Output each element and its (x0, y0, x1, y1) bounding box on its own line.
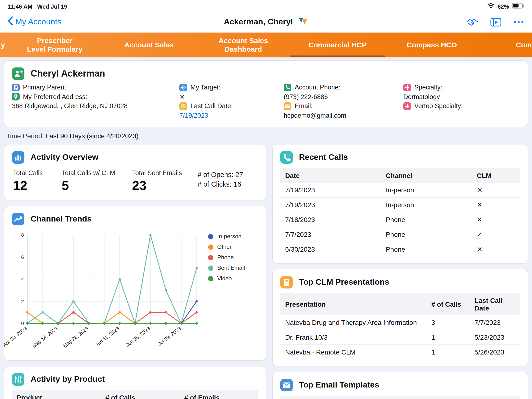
tab-compass-hco[interactable]: Compass HCO (385, 32, 479, 57)
activity-stats: Total Calls 12 Total Calls w/ CLM 5 Tota… (12, 168, 258, 193)
wifi-icon (487, 3, 495, 10)
tab-comp[interactable]: Comp (479, 32, 532, 57)
tab-prescriber-level-formulary[interactable]: Prescriber Level Formulary (8, 32, 102, 57)
legend-item-phone: Phone (208, 254, 245, 261)
recent-calls-title: Recent Calls (299, 153, 348, 162)
status-date: Wed Jul 19 (37, 3, 67, 10)
stat-value: 23 (132, 178, 198, 193)
trend-icon (12, 213, 24, 225)
media-icon[interactable] (490, 18, 501, 26)
legend-label: In-person (217, 233, 241, 240)
building-icon (12, 84, 20, 91)
activity-by-product-title: Activity by Product (31, 375, 105, 384)
account-fields: Primary Parent: My Preferred Address: 36… (12, 83, 520, 120)
legend-item-video: Video (208, 275, 245, 282)
cell-last_call[interactable]: 5/26/2023 (470, 345, 520, 359)
cell-date[interactable]: 7/19/2023 (280, 183, 381, 197)
cell-date[interactable]: 7/7/2023 (280, 227, 381, 242)
phone-icon (284, 84, 291, 91)
column-header-opens: # of Opens (386, 396, 434, 399)
svg-text:2: 2 (21, 298, 24, 304)
specialty-icon (403, 84, 411, 91)
tab-account-sales-dashboard[interactable]: Account Sales Dashboard (196, 32, 290, 57)
activity-overview-title: Activity Overview (31, 153, 99, 162)
legend-item-other: Other (208, 244, 245, 250)
column-header-date: Date (280, 168, 381, 183)
back-button[interactable]: My Accounts (8, 16, 62, 28)
address-value: 368 Ridgewood, , Glen Ridge, NJ 07028 (12, 103, 127, 110)
stat-label: Total Sent Emails (132, 169, 198, 177)
clicks-label: # of Clicks: (198, 180, 232, 188)
cell-last_call[interactable]: 5/23/2023 (470, 330, 520, 345)
more-icon[interactable] (513, 20, 524, 24)
channel-trends-title: Channel Trends (31, 214, 92, 224)
cell-clm: ✕ (472, 242, 520, 256)
recent-calls-table: DateChannelCLM7/19/2023In-person✕7/19/20… (280, 168, 520, 256)
table-row: Dr. Frank 10/315/23/2023 (280, 330, 520, 345)
cell-last_call[interactable]: 7/7/2023 (470, 315, 520, 330)
cell-channel: Phone (381, 212, 472, 227)
cell-calls: 1 (426, 345, 469, 359)
stat-value: 5 (62, 178, 132, 193)
legend-dot (208, 244, 213, 249)
activity-overview-card: Activity Overview Total Calls 12 Total C… (4, 144, 266, 200)
svg-text:Jun 11, 2023: Jun 11, 2023 (94, 326, 120, 348)
call-icon (280, 151, 293, 164)
account-phone-value: (973) 222-6886 (284, 93, 328, 101)
bar-chart-icon (12, 151, 24, 164)
tab-commercial-hcp[interactable]: Commercial HCP (290, 32, 385, 57)
person-group-icon (12, 67, 24, 80)
legend-label: Other (217, 244, 232, 250)
legend-label: Video (217, 275, 232, 282)
last-call-label: Last Call Date: (190, 103, 233, 110)
column-header-channel: Channel (381, 168, 472, 183)
cell-date[interactable]: 6/30/2023 (280, 242, 381, 256)
table-row: 7/19/2023In-person✕ (280, 183, 520, 197)
top-clm-table: Presentation# of CallsLast Call DateNate… (280, 293, 520, 359)
cell-date[interactable]: 7/19/2023 (280, 197, 381, 212)
column-header-calls: # of Calls (426, 293, 469, 315)
handshake-icon[interactable] (466, 17, 479, 27)
svg-text:May 28, 2023: May 28, 2023 (62, 326, 89, 348)
tab-y[interactable]: y (0, 32, 8, 57)
svg-text:8: 8 (21, 232, 24, 238)
status-bar: 11:46 AM Wed Jul 19 62% (0, 0, 532, 12)
presentation-icon (280, 276, 293, 288)
battery-icon (512, 3, 524, 10)
stat-value: 12 (13, 178, 62, 193)
envelope-icon (280, 379, 293, 391)
legend-label: Sent Email (217, 265, 245, 271)
location-pin-icon (12, 93, 20, 101)
opens-label: # of Opens: (198, 171, 234, 178)
table-row: 7/18/2023Phone✕ (280, 212, 520, 227)
cell-calls: 3 (426, 315, 469, 330)
stat-label: Total Calls (13, 169, 62, 177)
app-screen: 11:46 AM Wed Jul 19 62% My Accounts (0, 0, 532, 399)
activity-by-product-card: Activity by Product Product# of Calls# o… (4, 366, 266, 399)
legend-dot (208, 276, 213, 281)
last-call-date-link[interactable]: 7/19/2023 (179, 112, 208, 119)
column-header-clm: CLM (472, 168, 520, 183)
my-target-value: ✕ (179, 93, 185, 101)
tab-account-sales[interactable]: Account Sales (102, 32, 196, 57)
svg-text:4: 4 (21, 276, 24, 282)
column-header-calls: # of Calls (101, 390, 180, 399)
legend-dot (208, 234, 213, 239)
page-title: Ackerman, Cheryl (224, 17, 293, 27)
top-email-title: Top Email Templates (299, 380, 379, 390)
top-clm-card: Top CLM Presentations Presentation# of C… (272, 269, 528, 367)
cell-channel: In-person (381, 197, 472, 212)
cell-date[interactable]: 7/18/2023 (280, 212, 381, 227)
column-header-emails: # of Emails (479, 396, 520, 399)
verteo-specialty-label: Verteo Specialty: (414, 103, 463, 110)
account-phone-label: Account Phone: (295, 84, 340, 91)
cell-calls: 1 (426, 330, 469, 345)
svg-text:Apr 30, 2023: Apr 30, 2023 (2, 326, 28, 348)
cell-channel: Phone (381, 227, 472, 242)
cell-presentation: Natevba - Remote CLM (280, 345, 426, 359)
time-period-label: Time Period: (6, 132, 44, 140)
column-header-last_call: Last Call Date (470, 293, 520, 315)
column-header-emails: # of Emails (179, 390, 258, 399)
svg-text:Jul 09, 2023: Jul 09, 2023 (157, 326, 182, 347)
stat-label: Total Calls w/ CLM (62, 169, 132, 177)
